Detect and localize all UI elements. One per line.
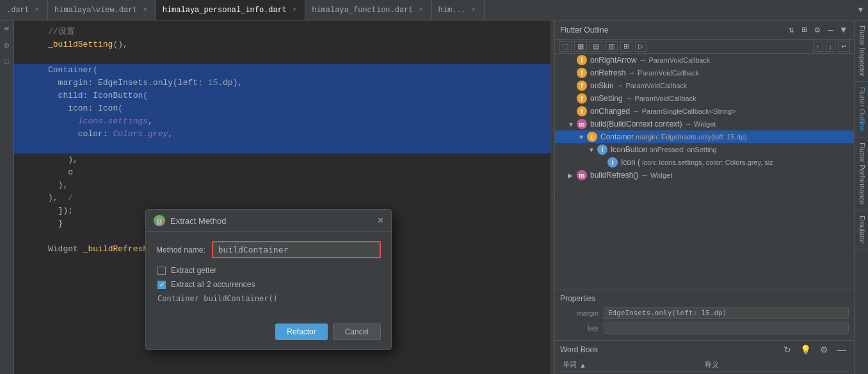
outline-wrap-btn[interactable]: ⊞	[620, 41, 632, 52]
extract-getter-checkbox[interactable]	[157, 267, 166, 275]
extract-all-label: Extract all 2 occurrences	[171, 280, 255, 289]
word-book-bulb-btn[interactable]: 💡	[798, 343, 814, 356]
code-line-icons-settings: Icons.settings,	[14, 115, 551, 128]
prop-margin-value[interactable]: EdgeInsets.only(left: 15.dp)	[604, 307, 849, 319]
extract-getter-row: Extract getter	[156, 266, 381, 275]
edge-tab-performance[interactable]: Flutter Performance	[855, 137, 868, 210]
outline-row-btn[interactable]: ▥	[605, 41, 618, 52]
outline-wrap2-btn[interactable]: ↵	[838, 41, 850, 52]
outline-sort-btn[interactable]: ⇅	[786, 23, 796, 36]
code-line-close3: ),	[14, 179, 551, 192]
code-line-empty	[14, 51, 551, 64]
tab-function[interactable]: himalaya_function.dart ×	[305, 0, 431, 20]
extract-method-dialog[interactable]: 🤖 Extract Method × Method name: Extract …	[145, 209, 392, 350]
code-line-container: Container(	[14, 64, 551, 77]
tab-him-label: him...	[438, 6, 466, 15]
tab-bar: .dart × himalaya\view.dart × himalaya_pe…	[0, 0, 868, 20]
outline-filter-btn[interactable]: ⊞	[799, 23, 809, 36]
sidebar-icon-1[interactable]: ≡	[3, 23, 11, 35]
word-book-header: Word Book ↻ 💡 ⚙ —	[560, 343, 849, 356]
tree-item-onskin[interactable]: f onSkin → ParamVoidCallback	[555, 79, 854, 92]
method-name-row: Method name:	[156, 241, 381, 258]
word-book-col-meaning: 释义	[705, 360, 847, 370]
flutter-outline-tree: f onRightArrow → ParamVoidCallback f onR…	[555, 54, 854, 290]
outline-toolbar-2: ⬚ ▦ ▤ ▥ ⊞ ▷ ↑ ↓ ↵	[555, 40, 854, 54]
edge-tab-emulator[interactable]: Emulator	[855, 210, 868, 249]
edge-tab-outline[interactable]: Flutter Outline	[855, 82, 868, 137]
outline-layout-btn[interactable]: ▦	[574, 41, 587, 52]
cancel-button[interactable]: Cancel	[333, 323, 381, 340]
sidebar-icon-2[interactable]: ⚙	[3, 39, 11, 52]
code-line-buildsetting: _buildSetting(),	[14, 38, 551, 51]
word-book-settings-btn[interactable]: ⚙	[817, 343, 831, 356]
word-book-col-word: 单词 ▲	[563, 360, 705, 370]
properties-title: Properties	[560, 294, 849, 303]
prop-key-value[interactable]	[604, 322, 849, 334]
tab-personal-info-close[interactable]: ×	[291, 6, 298, 14]
dialog-icon: 🤖	[154, 215, 165, 226]
tree-item-iconbutton[interactable]: ▼ i IconButton onPressed: onSetting	[555, 143, 854, 156]
extract-all-checkbox[interactable]	[157, 281, 166, 289]
tab-view-close[interactable]: ×	[141, 6, 149, 14]
tab-him-close[interactable]: ×	[470, 6, 478, 14]
tab-dropdown-arrow[interactable]: ▼	[853, 6, 868, 15]
tree-item-onrefresh[interactable]: f onRefresh → ParamVoidCallback	[555, 66, 854, 79]
dialog-close-button[interactable]: ×	[378, 215, 383, 226]
tab-dart[interactable]: .dart ×	[0, 0, 48, 20]
word-book-table-header: 单词 ▲ 释义	[560, 359, 849, 371]
prop-margin-label: margin	[560, 309, 599, 317]
code-line-comment: //设置	[14, 26, 551, 38]
main-area: ≡ ⚙ □ //设置 _buildSetting(), Co	[0, 20, 868, 374]
code-line-close1: ),	[14, 153, 551, 166]
outline-widget-btn[interactable]: ⬚	[559, 41, 572, 52]
code-line-margin: margin: EdgeInsets.only(left: 15.dp),	[14, 77, 551, 90]
edge-tab-inspector[interactable]: Flutter Inspector	[855, 20, 868, 82]
prop-margin-row: margin EdgeInsets.only(left: 15.dp)	[560, 307, 849, 319]
tree-item-buildrefresh[interactable]: ▶ m buildRefresh() → Widget	[555, 169, 854, 182]
code-line-color: color: Colors.grey,	[14, 128, 551, 141]
properties-section: Properties margin EdgeInsets.only(left: …	[555, 290, 854, 340]
word-book-title: Word Book	[560, 345, 598, 354]
sidebar-icon-3[interactable]: □	[3, 56, 11, 68]
refactor-button[interactable]: Refactor	[275, 323, 327, 340]
code-line-close2: o	[14, 166, 551, 179]
tab-view-label: himalaya\view.dart	[54, 6, 138, 15]
code-line-icon: icon: Icon(	[14, 102, 551, 115]
outline-filter2-btn[interactable]: ▼	[839, 24, 849, 36]
method-name-input[interactable]	[212, 241, 381, 258]
tab-dart-close[interactable]: ×	[33, 6, 41, 14]
dialog-title: Extract Method	[170, 216, 378, 226]
outline-add-btn[interactable]: ▷	[635, 41, 647, 52]
tab-him[interactable]: him... ×	[432, 0, 485, 20]
outline-up-btn[interactable]: ↑	[813, 42, 823, 52]
preview-text: Container buildContainer()	[156, 294, 381, 303]
word-book-minus-btn[interactable]: —	[835, 343, 849, 356]
tree-item-icon[interactable]: i Icon ( icon: Icons.settings, color: Co…	[555, 156, 854, 169]
tab-personal-info[interactable]: himalaya_personal_info.dart ×	[156, 0, 305, 20]
flutter-outline-title: Flutter Outline	[560, 26, 608, 35]
method-name-label: Method name:	[156, 245, 205, 254]
right-panel: Flutter Outline ⇅ ⊞ ⚙ — ▼ ⬚ ▦ ▤ ▥ ⊞ ▷ ↑ …	[554, 20, 854, 374]
left-sidebar: ≡ ⚙ □	[0, 20, 14, 374]
tab-function-label: himalaya_function.dart	[312, 6, 413, 15]
outline-minimize-btn[interactable]: —	[825, 24, 835, 36]
word-book-refresh-btn[interactable]: ↻	[781, 343, 794, 356]
code-line-empty2	[14, 141, 551, 153]
tree-item-onsetting[interactable]: f onSetting → ParamVoidCallback	[555, 92, 854, 105]
tab-view[interactable]: himalaya\view.dart ×	[48, 0, 156, 20]
outline-col-btn[interactable]: ▤	[590, 41, 602, 52]
tab-function-close[interactable]: ×	[417, 6, 425, 14]
word-book-section: Word Book ↻ 💡 ⚙ — 单词 ▲ 释义	[555, 340, 854, 374]
prop-key-row: key	[560, 322, 849, 334]
right-edge-tabs: Flutter Inspector Flutter Outline Flutte…	[854, 20, 868, 374]
code-line-child: child: IconButton(	[14, 90, 551, 102]
outline-settings-btn[interactable]: ⚙	[812, 23, 823, 36]
tree-item-container[interactable]: ▼ c Container margin: EdgeInsets.only(le…	[555, 130, 854, 143]
tree-item-build[interactable]: ▼ m build(BuildContext context) → Widget	[555, 118, 854, 130]
flutter-outline-toolbar: ⇅ ⊞ ⚙ — ▼	[786, 23, 849, 36]
tree-item-onrightarrow[interactable]: f onRightArrow → ParamVoidCallback	[555, 54, 854, 66]
outline-down-btn[interactable]: ↓	[826, 42, 836, 52]
tree-item-onchanged[interactable]: f onChanged → ParamSingleCallback<String…	[555, 105, 854, 118]
tab-dart-label: .dart	[6, 6, 29, 15]
dialog-body: Method name: Extract getter Extract all …	[146, 232, 391, 318]
